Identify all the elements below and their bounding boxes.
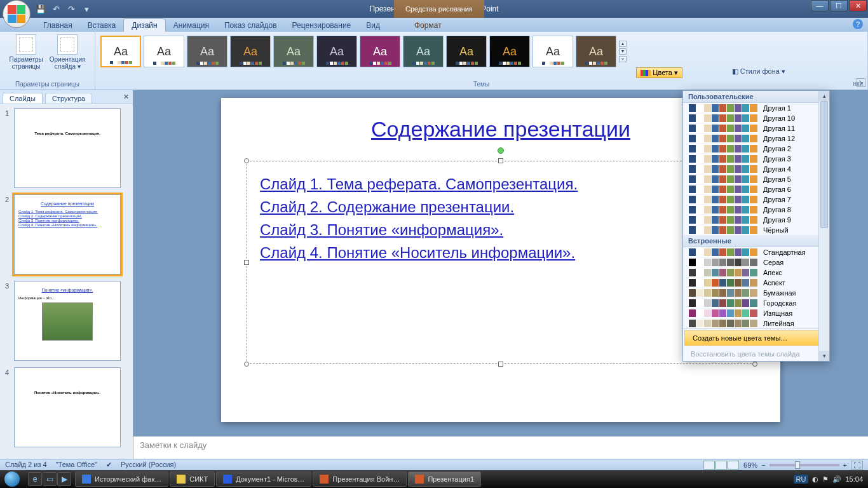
slide-thumb-3[interactable]: Понятие «информация». Информация – это… xyxy=(14,281,121,361)
color-scheme-item[interactable]: Аспект xyxy=(683,278,829,288)
maximize-button[interactable]: ☐ xyxy=(830,0,848,11)
zoom-level[interactable]: 69% xyxy=(743,461,757,469)
fit-to-window-button[interactable]: ⛶ xyxy=(851,461,863,470)
color-scheme-item[interactable]: Чёрный xyxy=(683,225,829,235)
start-button[interactable] xyxy=(0,470,24,488)
tray-icon[interactable]: ◐ xyxy=(812,475,818,484)
content-textbox[interactable]: Слайд 1. Тема реферата. Самопрезентация.… xyxy=(247,161,755,364)
themes-gallery-expand[interactable]: ▴▾▿ xyxy=(618,33,628,70)
rotate-handle[interactable] xyxy=(498,147,504,154)
page-setup-button[interactable]: Параметры страницы xyxy=(8,33,44,71)
tab-animation[interactable]: Анимация xyxy=(166,19,217,32)
color-scheme-item[interactable]: Другая 4 xyxy=(683,164,829,174)
slide-title[interactable]: Содержание презентации xyxy=(247,117,755,142)
tab-design[interactable]: Дизайн xyxy=(123,18,165,32)
color-scheme-item[interactable]: Другая 7 xyxy=(683,194,829,205)
theme-thumb[interactable]: Aa xyxy=(576,36,616,67)
pane-tab-outline[interactable]: Структура xyxy=(45,93,92,104)
color-scheme-item[interactable]: Литейная xyxy=(683,318,829,329)
help-icon[interactable]: ? xyxy=(853,19,863,29)
theme-thumb[interactable]: Aa xyxy=(187,36,227,67)
color-scheme-item[interactable]: Другая 2 xyxy=(683,144,829,154)
ie-icon[interactable]: e xyxy=(28,472,42,486)
slide-link[interactable]: Слайд 2. Содержание презентации. xyxy=(260,198,742,216)
tab-insert[interactable]: Вставка xyxy=(80,19,124,32)
dialog-launcher-icon[interactable]: ↘ xyxy=(857,78,865,87)
color-scheme-item[interactable]: Другая 1 xyxy=(683,103,829,113)
color-scheme-item[interactable]: Стандартная xyxy=(683,247,829,257)
theme-thumb[interactable]: Aa xyxy=(230,36,271,67)
zoom-slider[interactable] xyxy=(770,464,839,466)
tab-review[interactable]: Рецензирование xyxy=(285,19,359,32)
zoom-slider-thumb[interactable] xyxy=(795,461,800,469)
color-scheme-item[interactable]: Апекс xyxy=(683,268,829,278)
tab-home[interactable]: Главная xyxy=(36,19,80,32)
color-scheme-item[interactable]: Другая 11 xyxy=(683,123,829,133)
color-scheme-item[interactable]: Городская xyxy=(683,298,829,308)
theme-thumb[interactable]: Aa xyxy=(100,36,141,67)
resize-handle[interactable] xyxy=(752,362,757,367)
slideshow-view-button[interactable] xyxy=(728,461,739,470)
thumb-row[interactable]: 4 Понятие «Носитель информации». xyxy=(5,367,128,447)
slide-orientation-button[interactable]: Ориентация слайда ▾ xyxy=(48,33,87,71)
status-language[interactable]: Русский (Россия) xyxy=(121,461,176,469)
resize-handle[interactable] xyxy=(498,362,503,367)
color-scheme-item[interactable]: Другая 8 xyxy=(683,205,829,215)
color-scheme-item[interactable]: Другая 12 xyxy=(683,133,829,144)
color-scheme-item[interactable]: Бумажная xyxy=(683,288,829,298)
theme-thumb[interactable]: Aa xyxy=(144,36,184,67)
tray-icon[interactable]: ⚑ xyxy=(822,475,829,484)
zoom-in-button[interactable]: + xyxy=(843,461,847,469)
language-indicator[interactable]: RU xyxy=(794,475,809,484)
undo-icon[interactable]: ↶ xyxy=(50,3,62,15)
taskbar-item[interactable]: Документ1 - Micros… xyxy=(216,471,311,487)
slide-link[interactable]: Слайд 1. Тема реферата. Самопрезентация. xyxy=(260,175,742,193)
qat-customize-icon[interactable]: ▾ xyxy=(80,3,93,15)
color-scheme-item[interactable]: Другая 10 xyxy=(683,113,829,123)
taskbar-item[interactable]: Презентация1 xyxy=(408,471,481,487)
taskbar-item[interactable]: Презентация Войн… xyxy=(313,471,407,487)
tab-view[interactable]: Вид xyxy=(358,19,388,32)
dropdown-scrollbar[interactable]: ▴▾ xyxy=(818,91,829,361)
media-icon[interactable]: ▶ xyxy=(57,472,71,486)
color-scheme-item[interactable]: Серая xyxy=(683,257,829,268)
slide-thumb-4[interactable]: Понятие «Носитель информации». xyxy=(14,367,121,447)
slide-thumb-1[interactable]: Тема реферата. Самопрезентация. xyxy=(14,108,121,188)
theme-thumb[interactable]: Aa xyxy=(446,36,487,67)
themes-gallery[interactable]: AaAaAaAaAaAaAaAaAaAaAaAa xyxy=(99,33,618,70)
color-scheme-item[interactable]: Другая 9 xyxy=(683,215,829,225)
color-scheme-item[interactable]: Другая 3 xyxy=(683,154,829,164)
redo-icon[interactable]: ↷ xyxy=(65,3,78,15)
tray-clock[interactable]: 15:04 xyxy=(845,475,863,483)
color-scheme-item[interactable]: Другая 5 xyxy=(683,174,829,184)
save-icon[interactable]: 💾 xyxy=(34,3,47,15)
slide-link[interactable]: Слайд 4. Понятие «Носитель информации». xyxy=(260,244,742,262)
thumb-row[interactable]: 2 Содержание презентации Слайд 1. Тема р… xyxy=(5,194,128,274)
resize-handle[interactable] xyxy=(244,158,249,163)
taskbar-item[interactable]: СИКТ xyxy=(170,471,215,487)
taskbar-item[interactable]: Исторический фак… xyxy=(75,471,168,487)
color-scheme-item[interactable]: Изящная xyxy=(683,308,829,318)
tray-icon[interactable]: 🔊 xyxy=(832,475,841,484)
slide-link[interactable]: Слайд 3. Понятие «информация». xyxy=(260,221,742,239)
pane-close-icon[interactable]: ✕ xyxy=(123,93,129,101)
office-button[interactable] xyxy=(3,0,31,28)
theme-thumb[interactable]: Aa xyxy=(273,36,314,67)
tab-slideshow[interactable]: Показ слайдов xyxy=(217,19,285,32)
create-new-colors-button[interactable]: Создать новые цвета темы… xyxy=(684,330,828,346)
minimize-button[interactable]: — xyxy=(811,0,829,11)
sorter-view-button[interactable] xyxy=(715,461,727,470)
color-scheme-item[interactable]: Другая 6 xyxy=(683,184,829,194)
explorer-icon[interactable]: ▭ xyxy=(43,472,57,486)
thumb-row[interactable]: 3 Понятие «информация». Информация – это… xyxy=(5,281,128,361)
normal-view-button[interactable] xyxy=(703,461,715,470)
slide-thumb-2[interactable]: Содержание презентации Слайд 1. Тема реф… xyxy=(14,194,121,274)
theme-thumb[interactable]: Aa xyxy=(403,36,444,67)
spellcheck-icon[interactable]: ✔ xyxy=(106,461,112,469)
theme-colors-button[interactable]: Цвета ▾ xyxy=(636,67,682,78)
resize-handle[interactable] xyxy=(244,260,249,265)
theme-thumb[interactable]: Aa xyxy=(532,36,573,67)
resize-handle[interactable] xyxy=(244,362,249,367)
theme-thumb[interactable]: Aa xyxy=(489,36,530,67)
zoom-out-button[interactable]: − xyxy=(761,461,765,469)
